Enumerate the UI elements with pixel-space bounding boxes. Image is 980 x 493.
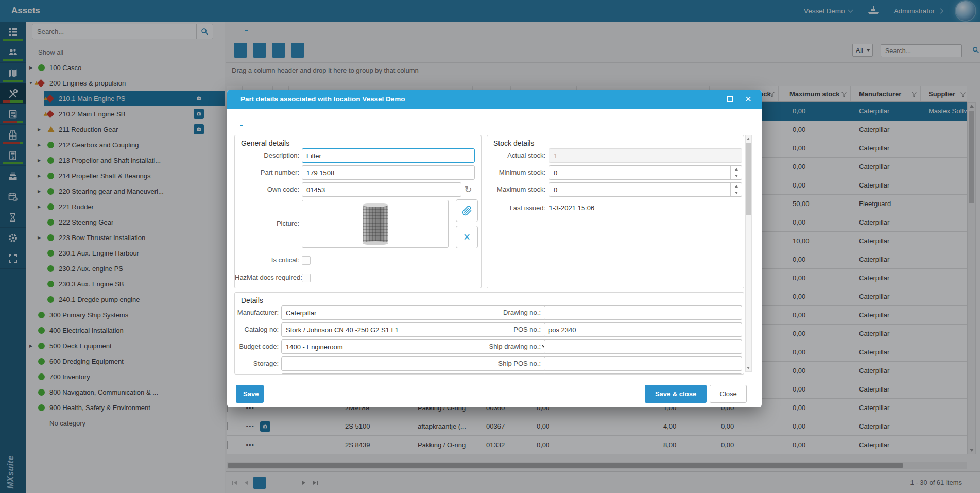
stock-details-section: Stock details Actual stock: Minimum stoc…	[487, 135, 744, 288]
budget-code-value: 1400 - Engineroom	[286, 343, 343, 351]
maximum-stock-field[interactable]	[549, 182, 742, 197]
drawing-no-field[interactable]	[544, 305, 742, 320]
stepper[interactable]	[730, 183, 742, 196]
picture-label: Picture:	[235, 216, 299, 231]
budget-code-label: Budget code:	[235, 339, 279, 354]
ship-drawing-no-field[interactable]	[544, 339, 742, 354]
actual-stock-field	[549, 148, 742, 163]
drawing-no-label: Drawing no.:	[467, 305, 541, 320]
dialog-scrollbar[interactable]	[745, 135, 752, 372]
dialog-tab[interactable]	[298, 120, 300, 126]
dialog-header[interactable]: Part details associated with location Ve…	[227, 90, 762, 109]
close-button[interactable]: Close	[710, 385, 747, 403]
scroll-down-icon[interactable]	[747, 367, 750, 369]
refresh-icon[interactable]: ↻	[461, 182, 475, 197]
scroll-up-icon[interactable]	[747, 138, 750, 140]
pos-no-field[interactable]	[544, 322, 742, 337]
description-label: Description:	[235, 148, 299, 163]
dialog-tabs	[240, 120, 329, 126]
ship-pos-no-label: Ship POS no.:	[467, 356, 541, 371]
section-title: General details	[241, 139, 289, 147]
section-title: Stock details	[493, 139, 534, 147]
close-icon[interactable]: ×	[745, 92, 751, 106]
hazmat-checkbox[interactable]	[302, 274, 311, 282]
part-number-field[interactable]	[302, 165, 475, 180]
scrollbar-thumb[interactable]	[746, 143, 751, 215]
section-title: Details	[241, 296, 263, 304]
dialog-title: Part details associated with location Ve…	[240, 90, 405, 109]
clipped-field[interactable]	[281, 373, 552, 375]
last-issued-label: Last issued:	[487, 201, 545, 215]
step-up-icon	[735, 185, 738, 188]
dialog-tab[interactable]	[313, 120, 315, 126]
dialog-tab[interactable]	[327, 120, 329, 126]
remove-picture-button[interactable]: ×	[456, 226, 478, 248]
step-down-icon	[735, 192, 738, 194]
last-issued-value: 1-3-2021 15:06	[549, 201, 594, 215]
actual-stock-label: Actual stock:	[487, 148, 545, 163]
description-field[interactable]	[302, 148, 475, 163]
stepper[interactable]	[730, 166, 742, 179]
ship-pos-no-field[interactable]	[544, 356, 742, 371]
picture-preview	[302, 200, 449, 248]
attach-picture-button[interactable]	[456, 199, 478, 222]
pos-no-label: POS no.:	[467, 322, 541, 337]
dialog-tab[interactable]	[284, 120, 286, 126]
own-code-field[interactable]	[302, 182, 461, 197]
is-critical-checkbox[interactable]	[302, 256, 311, 265]
save-button[interactable]: Save	[236, 385, 264, 403]
step-up-icon	[735, 168, 738, 171]
catalog-no-label: Catalog no:	[235, 322, 279, 337]
hazmat-label: HazMat docs required:	[235, 273, 299, 283]
app-window: Assets Vessel Demo Administrator	[0, 0, 980, 493]
dialog-tab[interactable]	[240, 120, 243, 126]
ship-drawing-no-label: Ship drawing no.:	[467, 339, 541, 354]
part-photo	[363, 205, 388, 244]
save-and-close-button[interactable]: Save & close	[645, 385, 707, 403]
remove-icon: ×	[463, 232, 470, 242]
part-details-dialog: Part details associated with location Ve…	[227, 90, 762, 407]
step-down-icon	[735, 175, 738, 177]
minimum-stock-label: Minimum stock:	[487, 165, 545, 180]
general-details-section: General details Description: Part number…	[234, 135, 482, 288]
manufacturer-label: Manufacturer:	[235, 305, 279, 320]
maximize-icon[interactable]	[727, 96, 733, 102]
minimum-stock-field[interactable]	[549, 165, 742, 180]
maximum-stock-label: Maximum stock:	[487, 182, 545, 197]
dialog-tab[interactable]	[269, 120, 271, 126]
is-critical-label: Is critical:	[235, 255, 299, 265]
own-code-label: Own code:	[235, 182, 299, 197]
storage-label: Storage:	[235, 356, 279, 371]
part-number-label: Part number:	[235, 165, 299, 180]
dialog-tab[interactable]	[255, 120, 257, 126]
details-section: Details Manufacturer: Drawing no.: Catal…	[234, 292, 744, 375]
clipped-field[interactable]	[544, 373, 742, 375]
